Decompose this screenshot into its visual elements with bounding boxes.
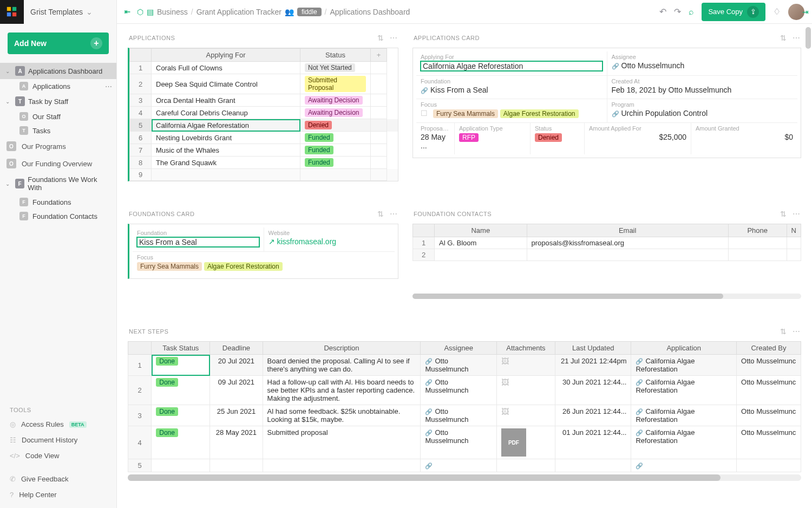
table-row[interactable]: 5California Algae ReforestationDenied: [130, 119, 398, 132]
field-amount-applied[interactable]: Amount Applied For $25,000: [584, 123, 691, 154]
filter-icon[interactable]: ⇅: [780, 34, 787, 42]
nav-group-applications-dashboard[interactable]: ⌄ A Applications Dashboard: [0, 63, 116, 79]
cell-deadline[interactable]: 20 Jul 2021: [210, 355, 263, 376]
empty-row[interactable]: 9: [130, 169, 398, 181]
col-applying-for[interactable]: Applying For: [152, 49, 300, 62]
field-application-type[interactable]: Application Type RFP: [454, 123, 530, 154]
cell-status[interactable]: Not Yet Started: [300, 62, 371, 74]
crumb-page[interactable]: Applications Dashboard: [330, 8, 410, 16]
empty-row[interactable]: 5🔗🔗: [128, 459, 801, 472]
col-last-updated[interactable]: Last Updated: [555, 342, 631, 355]
people-icon[interactable]: 👥: [285, 8, 294, 16]
cell-applying-for[interactable]: California Algae Reforestation: [152, 119, 300, 132]
col-name[interactable]: Name: [435, 224, 527, 237]
cell-applying-for[interactable]: Orca Dental Health Grant: [152, 94, 300, 107]
pdf-attachment[interactable]: PDF: [501, 428, 526, 457]
col-extra[interactable]: N: [787, 224, 801, 237]
cell-attachments[interactable]: 🖼: [496, 405, 555, 426]
table-row[interactable]: 4Careful Coral Debris CleanupAwaiting De…: [130, 107, 398, 119]
col-description[interactable]: Description: [263, 342, 421, 355]
col-application[interactable]: Application: [631, 342, 737, 355]
nav-sub-applications[interactable]: A Applications ⋯ ‖: [0, 79, 116, 93]
contacts-grid[interactable]: Name Email Phone N 1 Al G. Bloom proposa…: [412, 224, 801, 299]
field-foundation[interactable]: Foundation 🔗Kiss From a Seal: [416, 76, 607, 99]
cell-status[interactable]: Awaiting Decision: [300, 107, 371, 119]
field-amount-granted[interactable]: Amount Granted $0: [691, 123, 797, 154]
attachment-icon[interactable]: 🖼: [501, 407, 509, 416]
bell-icon[interactable]: ♢: [773, 6, 781, 17]
cell-status[interactable]: Submitted Proposal: [300, 74, 371, 94]
cell-deadline[interactable]: 09 Jul 2021: [210, 376, 263, 405]
field-status[interactable]: Status Denied: [530, 123, 584, 154]
filter-icon[interactable]: ⇅: [377, 210, 384, 218]
cell-applying-for[interactable]: Music of the Whales: [152, 144, 300, 157]
cell-task-status[interactable]: Done: [152, 355, 210, 376]
collapse-right-icon[interactable]: ⇥: [802, 8, 809, 16]
filter-icon[interactable]: ⇅: [780, 327, 787, 336]
col-assignee[interactable]: Assignee: [421, 342, 497, 355]
col-status[interactable]: Status: [300, 49, 371, 62]
horizontal-scrollbar[interactable]: [412, 294, 801, 299]
field-program[interactable]: Program 🔗Urchin Population Control: [607, 99, 798, 122]
col-task-status[interactable]: Task Status: [152, 342, 210, 355]
cell-assignee[interactable]: 🔗Otto Musselmunch: [421, 376, 497, 405]
logo[interactable]: [0, 0, 24, 24]
table-row[interactable]: 7Music of the WhalesFunded: [130, 144, 398, 157]
nav-sub-foundation-contacts[interactable]: F Foundation Contacts: [0, 209, 116, 223]
field-foundation-name[interactable]: Foundation Kiss From a Seal: [133, 227, 264, 251]
cell-applying-for[interactable]: Deep Sea Squid Climate Control: [152, 74, 300, 94]
checkbox-icon[interactable]: ☐: [421, 109, 428, 118]
cell-task-status[interactable]: Done: [152, 405, 210, 426]
dots-icon[interactable]: ⋯: [390, 34, 398, 42]
tool-access-rules[interactable]: ◎ Access Rules BETA: [0, 416, 116, 432]
nav-sub-tasks[interactable]: T Tasks: [0, 123, 116, 138]
redo-icon[interactable]: ↷: [674, 6, 681, 17]
cell-applying-for[interactable]: The Grand Squawk: [152, 157, 300, 169]
table-row[interactable]: 2Deep Sea Squid Climate ControlSubmitted…: [130, 74, 398, 94]
field-assignee[interactable]: Assignee 🔗Otto Musselmunch: [607, 51, 798, 75]
workspace-selector[interactable]: Grist Templates ⌄: [24, 8, 93, 16]
nav-group-task-by-staff[interactable]: ⌄ T Task by Staff: [0, 93, 116, 109]
nav-sub-foundations[interactable]: F Foundations: [0, 195, 116, 209]
cell-status[interactable]: Funded: [300, 144, 371, 157]
table-row[interactable]: 8The Grand SquawkFunded: [130, 157, 398, 169]
cell-task-status[interactable]: Done: [152, 426, 210, 459]
cell-description[interactable]: Board denied the proposal. Calling Al to…: [263, 355, 421, 376]
scrollbar-thumb[interactable]: [806, 27, 811, 49]
cell-extra[interactable]: [787, 237, 801, 249]
attachment-icon[interactable]: 🖼: [501, 378, 509, 387]
cell-applying-for[interactable]: Careful Coral Debris Cleanup: [152, 107, 300, 119]
table-row[interactable]: 1 Al G. Bloom proposals@kissfromaseal.or…: [413, 237, 801, 249]
tool-document-history[interactable]: ☷ Document History: [0, 432, 116, 448]
vertical-scrollbar[interactable]: [806, 27, 811, 497]
cell-attachments[interactable]: 🖼: [496, 376, 555, 405]
undo-icon[interactable]: ↶: [659, 6, 666, 17]
cell-applying-for[interactable]: Nesting Lovebirds Grant: [152, 132, 300, 144]
col-deadline[interactable]: Deadline: [210, 342, 263, 355]
cell-last-updated[interactable]: 26 Jun 2021 12:44...: [555, 405, 631, 426]
cell-deadline[interactable]: 25 Jun 2021: [210, 405, 263, 426]
dots-icon[interactable]: ⋯: [793, 210, 801, 218]
save-copy-button[interactable]: Save Copy ⇪: [702, 3, 765, 21]
cell-attachments[interactable]: 🖼: [496, 355, 555, 376]
cell-description[interactable]: Had a follow-up call with Al. His board …: [263, 376, 421, 405]
scrollbar-thumb[interactable]: [412, 294, 723, 299]
nav-item-our-programs[interactable]: O Our Programs: [0, 138, 116, 155]
cell-assignee[interactable]: 🔗Otto Musselmunch: [421, 405, 497, 426]
col-phone[interactable]: Phone: [728, 224, 787, 237]
table-row[interactable]: 2Done09 Jul 2021Had a follow-up call wit…: [128, 376, 801, 405]
scrollbar-thumb[interactable]: [128, 474, 721, 481]
add-column-button[interactable]: +: [371, 49, 387, 62]
cell-created-by[interactable]: Otto Musselmunc: [737, 405, 801, 426]
cell-assignee[interactable]: 🔗Otto Musselmunch: [421, 426, 497, 459]
cell-task-status[interactable]: Done: [152, 376, 210, 405]
horizontal-scrollbar[interactable]: [128, 474, 801, 481]
cell-status[interactable]: Funded: [300, 132, 371, 144]
field-focus[interactable]: Focus Furry Sea Mammals Algae Forest Res…: [133, 252, 395, 275]
foundations-card[interactable]: Foundation Kiss From a Seal Website ↗ ki…: [128, 224, 398, 279]
add-new-button[interactable]: Add New +: [8, 32, 109, 54]
table-row[interactable]: 6Nesting Lovebirds GrantFunded: [130, 132, 398, 144]
cell-attachments[interactable]: PDF: [496, 426, 555, 459]
tool-help-center[interactable]: ? Help Center: [0, 487, 116, 503]
field-focus[interactable]: Focus ☐ Furry Sea Mammals Algae Forest R…: [416, 99, 607, 122]
